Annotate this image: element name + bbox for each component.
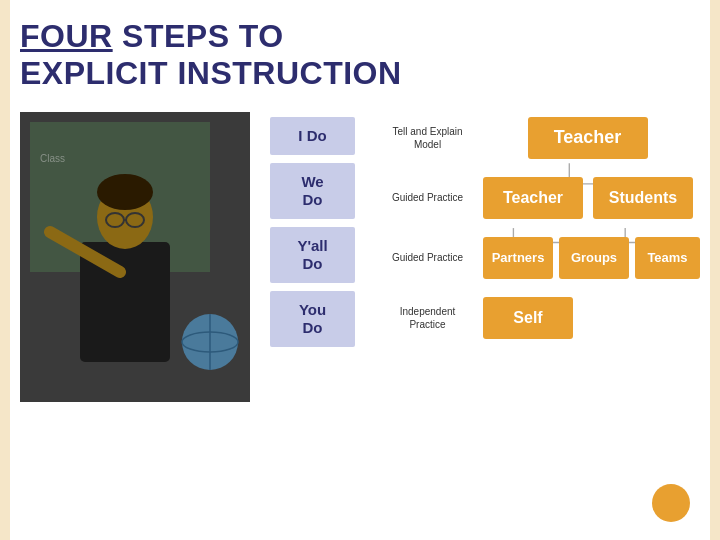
row-label-3: Guided Practice — [380, 251, 475, 264]
svg-point-8 — [97, 174, 153, 210]
row-label-2: Guided Practice — [380, 191, 475, 204]
teacher-photo-svg: Class — [20, 112, 250, 402]
diagram-row-4: IndependentPractice Self — [380, 292, 700, 344]
node-groups: Groups — [559, 237, 629, 279]
page-header: FOUR STEPS TOEXPLICIT INSTRUCTION — [0, 0, 720, 102]
teacher-photo: Class — [20, 112, 250, 402]
left-border-decoration — [0, 0, 10, 540]
row-label-1: Tell and Explain Model — [380, 125, 475, 151]
main-content: Class I Do WeDo Y'allDo YouDo — [0, 102, 720, 412]
diagram-row-3: Guided Practice Partners Groups Teams — [380, 232, 700, 284]
page-title: FOUR STEPS TOEXPLICIT INSTRUCTION — [20, 18, 700, 92]
row4-nodes: Self — [475, 297, 700, 339]
diagram-row-2: Guided Practice Teacher Students — [380, 172, 700, 224]
right-border-decoration — [710, 0, 720, 540]
step-you-do: YouDo — [270, 291, 355, 347]
node-partners: Partners — [483, 237, 553, 279]
step-we-do: WeDo — [270, 163, 355, 219]
title-bold-word: FOUR — [20, 18, 113, 54]
orange-circle-decoration — [652, 484, 690, 522]
diagram-wrapper: Tell and Explain Model Teacher Guided Pr… — [380, 112, 700, 382]
steps-column: I Do WeDo Y'allDo YouDo — [270, 112, 360, 402]
node-teams: Teams — [635, 237, 700, 279]
node-teacher-sub: Teacher — [483, 177, 583, 219]
step-yall-do: Y'allDo — [270, 227, 355, 283]
step-i-do: I Do — [270, 117, 355, 155]
row-label-4: IndependentPractice — [380, 305, 475, 331]
svg-text:Class: Class — [40, 153, 65, 164]
node-self: Self — [483, 297, 573, 339]
row2-nodes: Teacher Students — [475, 177, 700, 219]
node-teacher-main: Teacher — [528, 117, 648, 159]
row1-nodes: Teacher — [475, 117, 700, 159]
diagram-row-1: Tell and Explain Model Teacher — [380, 112, 700, 164]
node-students: Students — [593, 177, 693, 219]
row3-nodes: Partners Groups Teams — [475, 237, 700, 279]
